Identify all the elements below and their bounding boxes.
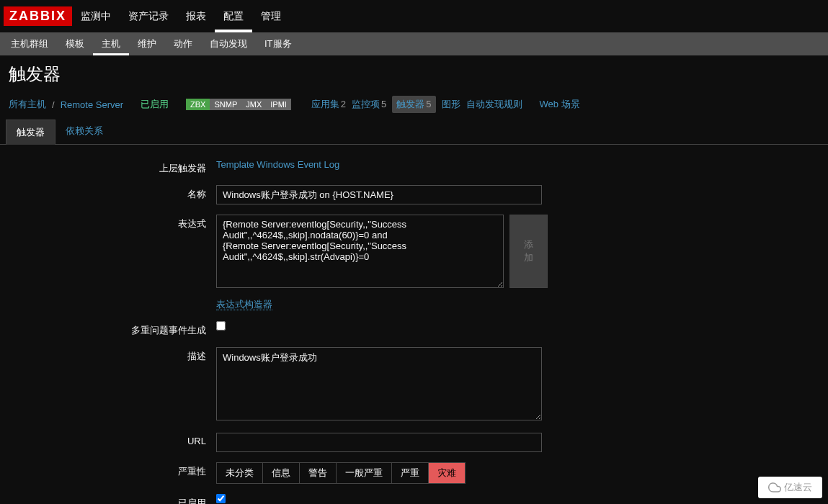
watermark: 亿速云 <box>758 477 822 498</box>
iface-zbx: ZBX <box>186 99 210 110</box>
nav-reports[interactable]: 报表 <box>177 0 215 32</box>
top-nav: ZABBIX 监测中 资产记录 报表 配置 管理 <box>0 0 828 32</box>
subnav-hostgroups[interactable]: 主机群组 <box>2 32 57 55</box>
cloud-icon <box>768 481 781 494</box>
severity-high[interactable]: 严重 <box>392 463 429 483</box>
nav-monitoring[interactable]: 监测中 <box>72 0 120 32</box>
tab-trigger[interactable]: 触发器 <box>6 120 55 145</box>
expression-builder-link[interactable]: 表达式构造器 <box>216 299 272 310</box>
tabs: 触发器 依赖关系 <box>0 119 828 145</box>
subnav-actions[interactable]: 动作 <box>165 32 201 55</box>
label-multiple-events: 多重问题事件生成 <box>0 321 216 337</box>
label-enabled: 已启用 <box>0 494 216 504</box>
severity-average[interactable]: 一般严重 <box>337 463 392 483</box>
url-input[interactable] <box>216 433 542 452</box>
page-title: 触发器 <box>0 55 828 90</box>
label-expression: 表达式 <box>0 215 216 230</box>
subnav-maintenance[interactable]: 维护 <box>129 32 165 55</box>
label-name: 名称 <box>0 185 216 201</box>
subnav-templates[interactable]: 模板 <box>57 32 93 55</box>
link-discovery-rules[interactable]: 自动发现规则 <box>466 98 522 111</box>
parent-trigger-link[interactable]: Template Windows Event Log <box>216 159 339 170</box>
expression-textarea[interactable]: {Remote Server:eventlog[Security,,"Succe… <box>216 215 504 288</box>
description-textarea[interactable]: Windows账户登录成功 <box>216 347 542 420</box>
link-items[interactable]: 监控项5 <box>352 98 386 111</box>
nav-configuration[interactable]: 配置 <box>215 0 252 32</box>
iface-jmx: JMX <box>241 99 266 110</box>
iface-snmp: SNMP <box>210 99 241 110</box>
label-description: 描述 <box>0 347 216 363</box>
tab-dependencies[interactable]: 依赖关系 <box>55 119 113 144</box>
subnav-hosts[interactable]: 主机 <box>93 32 129 55</box>
sub-nav: 主机群组 模板 主机 维护 动作 自动发现 IT服务 <box>0 32 828 55</box>
severity-information[interactable]: 信息 <box>263 463 300 483</box>
form: 上层触发器 Template Windows Event Log 名称 表达式 … <box>0 145 828 504</box>
link-triggers[interactable]: 触发器5 <box>392 96 435 113</box>
label-url: URL <box>0 433 216 446</box>
status-badge: 已启用 <box>141 98 169 111</box>
all-hosts-link[interactable]: 所有主机 <box>9 98 46 111</box>
severity-disaster[interactable]: 灾难 <box>429 463 465 483</box>
enabled-checkbox[interactable] <box>216 494 226 503</box>
nav-inventory[interactable]: 资产记录 <box>120 0 177 32</box>
link-graphs[interactable]: 图形 <box>442 98 460 111</box>
subnav-itservices[interactable]: IT服务 <box>256 32 301 55</box>
name-input[interactable] <box>216 185 542 204</box>
multiple-events-checkbox[interactable] <box>216 321 226 330</box>
host-link[interactable]: Remote Server <box>61 99 123 110</box>
severity-selector: 未分类 信息 警告 一般严重 严重 灾难 <box>216 462 466 484</box>
link-applications[interactable]: 应用集2 <box>311 98 346 111</box>
nav-administration[interactable]: 管理 <box>252 0 290 32</box>
iface-ipmi: IPMI <box>266 99 291 110</box>
severity-warning[interactable]: 警告 <box>300 463 337 483</box>
subnav-discovery[interactable]: 自动发现 <box>201 32 256 55</box>
breadcrumb-sep: / <box>52 99 55 110</box>
label-parent-triggers: 上层触发器 <box>0 159 216 175</box>
add-expression-button[interactable]: 添加 <box>509 215 548 288</box>
link-web-scenarios[interactable]: Web 场景 <box>540 98 580 111</box>
severity-not-classified[interactable]: 未分类 <box>217 463 263 483</box>
logo: ZABBIX <box>4 6 72 26</box>
host-bar: 所有主机 / Remote Server 已启用 ZBX SNMP JMX IP… <box>0 90 828 119</box>
label-severity: 严重性 <box>0 462 216 478</box>
